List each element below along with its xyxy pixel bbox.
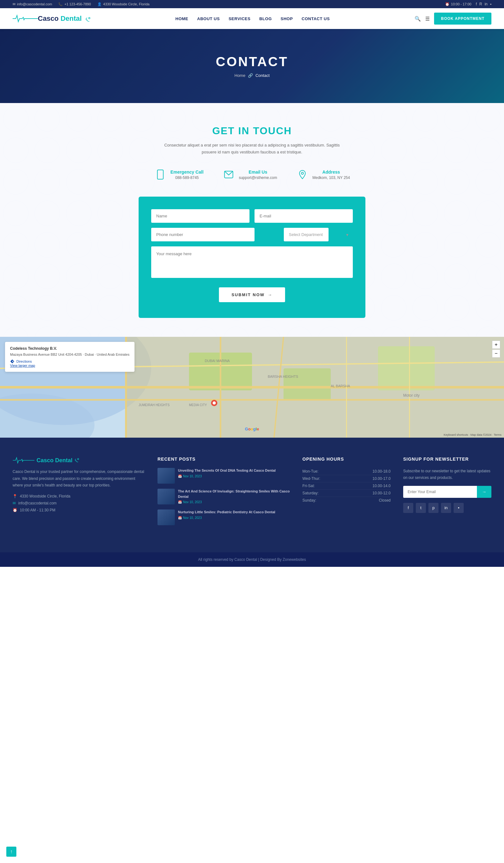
page-title: CONTACT [216,54,288,69]
copyright-text: All rights reserved by Casco Dental | De… [198,558,306,562]
message-textarea[interactable] [151,246,353,278]
svg-rect-2 [158,170,163,179]
hours-table: Mon-Tue: 10.00-18.0 Wed-Thur: 10.00-17.0… [302,468,391,504]
dept-select[interactable]: Select Department General Dentistry Cosm… [284,228,329,241]
svg-text:DUBAI MARINA: DUBAI MARINA [205,359,230,363]
post-item-3: Nurturing Little Smiles: Pediatric Denti… [158,510,290,525]
map-info-card: Codeless Technology B.V. Mazaya Business… [5,342,135,372]
opening-hours-title: OPENING HOURS [302,456,391,462]
top-bar: ✉ info@cascodental.com 📞 +1 123-456-7890… [0,0,504,8]
larger-map-link[interactable]: View larger map [10,364,35,367]
hours-row-3: Fri-Sat: 10.00-14.0 [302,483,391,490]
nav-blog[interactable]: BLOG [259,16,272,21]
post-info-2: The Art And Science Of Invisalign: Strai… [178,489,290,504]
book-appointment-button[interactable]: BOOK APPONTMENT [434,13,491,25]
location-icon: 👤 [97,2,102,6]
nav-about[interactable]: ABOUT US [197,16,220,21]
breadcrumb-home[interactable]: Home [234,73,245,78]
contact-emergency: Emergency Call 088-589-8745 [154,168,203,181]
directions-link[interactable]: Directions [16,360,32,363]
top-bar-left: ✉ info@cascodental.com 📞 +1 123-456-7890… [13,2,150,6]
footer-hours-item: ⏰ 10:00 AM - 11:30 PM [13,508,145,512]
topbar-social-icons[interactable]: f R in ▪ [476,2,491,6]
logo-ecg [13,14,38,23]
nav-right: 🔍 ☰ BOOK APPONTMENT [415,13,491,25]
form-row-3 [151,246,353,278]
submit-button[interactable]: SUBMIT NOW → [219,287,285,302]
topbar-other-icon[interactable]: ▪ [490,2,491,6]
footer-hours-col: OPENING HOURS Mon-Tue: 10.00-18.0 Wed-Th… [302,456,391,530]
nav-services[interactable]: SERVICES [229,16,251,21]
map-google-logo: Google [245,427,259,432]
hero-content: CONTACT Home 🔗 Contact [216,54,288,78]
hero-section: CONTACT Home 🔗 Contact [0,29,504,103]
directions-icon [10,359,14,364]
footer-pinterest-button[interactable]: p [428,503,439,513]
newsletter-form: → [403,486,491,498]
svg-point-0 [89,18,90,19]
map-zoom-out[interactable]: − [492,349,500,358]
email-contact-icon [223,168,235,181]
name-input[interactable] [151,209,250,223]
search-button[interactable]: 🔍 [415,16,421,22]
map-attribution: Keyboard shortcuts · Map data ©2024 · Te… [443,433,502,436]
menu-button[interactable]: ☰ [425,16,430,22]
svg-point-28 [77,459,79,460]
svg-rect-11 [378,346,435,390]
phone-input[interactable] [151,228,254,241]
footer-facebook-button[interactable]: f [403,503,413,513]
footer-email-item: ✉ info@cascodental.com [13,501,145,505]
post-date-3: 📅 Nov 10, 2023 [178,516,275,520]
svg-text:JUMEIRAH HEIGHTS: JUMEIRAH HEIGHTS [139,403,170,407]
post-info-3: Nurturing Little Smiles: Pediatric Denti… [178,510,275,520]
newsletter-title: SIGNUP FOR NEWSLETTER [403,456,491,462]
post-item-2: The Art And Science Of Invisalign: Strai… [158,489,290,504]
contact-email: Email Us support@rstheme.com [223,168,277,181]
post-date-2: 📅 Nov 10, 2023 [178,500,290,504]
contact-form-container: Select Department General Dentistry Cosm… [139,197,365,318]
contact-address: Address Medkom, 103, NY 254 [296,168,350,181]
post-thumb-1 [158,468,175,484]
footer-grid: Casco Dental Casco Dental is your truste… [13,456,491,530]
recent-posts-title: RECENT POSTS [158,456,290,462]
clock-icon: ⏰ [445,2,450,6]
newsletter-email-input[interactable] [403,486,477,498]
calendar-icon-1: 📅 [178,475,182,478]
nav-home[interactable]: HOME [175,16,188,21]
section-title: GET IN TOUCH [13,125,491,137]
topbar-facebook-icon[interactable]: f [476,2,477,6]
post-date-1: 📅 Nov 10, 2023 [178,475,276,478]
footer-stethoscope-icon [74,458,79,463]
footer-clock-icon: ⏰ [13,508,17,512]
post-thumb-2 [158,489,175,504]
hours-row-4: Saturday: 10.00-12.0 [302,490,391,497]
svg-text:BARSHA HEIGHTS: BARSHA HEIGHTS [268,375,298,378]
nav-contact[interactable]: CONTACT US [302,16,330,21]
footer-bottom: All rights reserved by Casco Dental | De… [0,552,504,567]
breadcrumb: Home 🔗 Contact [216,73,288,78]
footer-other-button[interactable]: ▪ [454,503,464,513]
submit-row: SUBMIT NOW → [151,287,353,302]
footer-linkedin-button[interactable]: in [441,503,451,513]
main-nav: HOME ABOUT US SERVICES BLOG SHOP CONTACT… [175,16,330,21]
svg-text:AL BARSHA: AL BARSHA [331,384,350,388]
email-input[interactable] [254,209,353,223]
address-contact-icon [296,168,309,181]
topbar-linkedin-icon[interactable]: in [484,2,487,6]
map-directions-row: Directions [10,359,129,364]
topbar-rss-icon[interactable]: R [479,2,482,6]
email-icon: ✉ [13,2,15,6]
footer-newsletter-col: SIGNUP FOR NEWSLETTER Subscribe to our n… [403,456,491,530]
topbar-hours: ⏰ 10:00 - 17:00 [445,2,471,6]
newsletter-submit-button[interactable]: → [477,486,491,498]
logo[interactable]: Casco Dental [13,14,91,23]
get-in-touch-section: GET IN TOUCH Consectetur aliquet a erat … [0,103,504,337]
calendar-icon-3: 📅 [178,516,182,520]
hours-row-1: Mon-Tue: 10.00-18.0 [302,468,391,475]
email-text: Email Us support@rstheme.com [239,170,277,180]
footer-twitter-button[interactable]: t [416,503,426,513]
svg-point-27 [213,401,216,404]
nav-shop[interactable]: SHOP [281,16,293,21]
map-zoom-in[interactable]: + [492,341,500,349]
phone-contact-icon [154,168,167,181]
